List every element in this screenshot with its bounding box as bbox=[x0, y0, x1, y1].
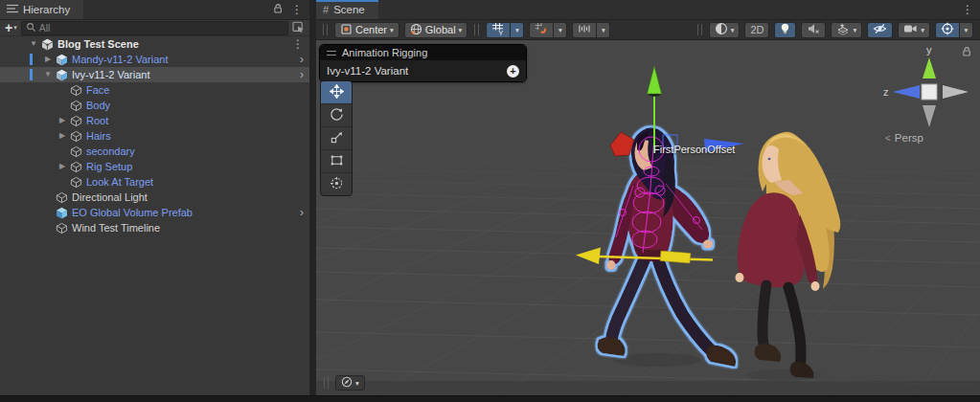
scene-viewport[interactable]: Animation Rigging Ivy-v11-2 Variant + Fi… bbox=[316, 40, 980, 395]
transform-tool-button[interactable] bbox=[321, 173, 352, 195]
hierarchy-item-hairs[interactable]: ▶Hairs bbox=[0, 128, 309, 144]
scene-panel: # Scene ⋮ Center ▾ Global ▾ Y ▾ ▾ bbox=[316, 0, 980, 395]
animation-rigging-item-row[interactable]: Ivy-v11-2 Variant + bbox=[320, 60, 526, 81]
hierarchy-item-wind-test-timeline[interactable]: Wind Test Timeline bbox=[0, 220, 309, 235]
search-input[interactable] bbox=[39, 22, 284, 34]
down-axis-cone[interactable] bbox=[923, 105, 936, 127]
hierarchy-item-blog-test-scene[interactable]: ▼Blog Test Scene⋮ bbox=[0, 36, 309, 52]
hierarchy-item-body[interactable]: Body bbox=[0, 98, 309, 113]
grid-visibility-dropdown[interactable]: ▾ bbox=[511, 22, 524, 38]
persp-arrow-icon: < bbox=[885, 133, 891, 144]
open-prefab-arrow[interactable]: › bbox=[300, 54, 304, 65]
gizmo-x-arrowhead[interactable] bbox=[576, 248, 601, 265]
hierarchy-item-secondary[interactable]: secondary bbox=[0, 144, 309, 159]
pick-object-icon[interactable] bbox=[292, 21, 305, 34]
z-axis-cone[interactable] bbox=[893, 85, 920, 99]
hierarchy-item-mandy-v11-2-variant[interactable]: ▶Mandy-v11-2 Variant› bbox=[0, 52, 309, 67]
x-axis-cone[interactable] bbox=[943, 85, 969, 99]
audio-muted-icon bbox=[807, 22, 820, 37]
expander-closed-icon[interactable]: ▶ bbox=[56, 159, 69, 174]
hierarchy-item-directional-light[interactable]: Directional Light bbox=[0, 190, 309, 205]
snap-increment-dropdown[interactable]: ▾ bbox=[597, 22, 610, 38]
2d-mode-toggle[interactable]: 2D bbox=[744, 22, 769, 38]
hierarchy-item-rig-setup[interactable]: ▶Rig Setup bbox=[0, 159, 309, 174]
2d-mode-label: 2D bbox=[750, 24, 763, 35]
snap-dropdown[interactable]: ▾ bbox=[554, 22, 567, 38]
scene-audio-toggle[interactable] bbox=[801, 22, 826, 38]
scene-camera-button[interactable]: ▾ bbox=[898, 22, 930, 38]
tab-scene[interactable]: # Scene bbox=[316, 0, 378, 19]
pivot-icon bbox=[340, 23, 353, 37]
grid-y-icon: Y bbox=[491, 22, 505, 37]
gizmos-toggle[interactable] bbox=[935, 22, 960, 38]
panel-divider[interactable] bbox=[309, 0, 316, 395]
y-axis-cone[interactable] bbox=[923, 57, 936, 78]
drag-grip-icon[interactable] bbox=[327, 51, 336, 56]
hierarchy-item-root[interactable]: ▶Root bbox=[0, 113, 309, 128]
scale-tool-button[interactable] bbox=[321, 127, 352, 150]
toolbar-drag-handle[interactable] bbox=[323, 24, 328, 35]
gizmo-center-cube[interactable] bbox=[922, 84, 937, 100]
hierarchy-item-look-at-target[interactable]: Look At Target bbox=[0, 174, 309, 190]
rotate-tool-button[interactable] bbox=[321, 104, 352, 127]
hierarchy-search-box[interactable] bbox=[21, 21, 288, 35]
pivot-mode-button[interactable]: Center ▾ bbox=[334, 22, 399, 38]
snap-increment-toggle[interactable] bbox=[572, 22, 597, 38]
animation-rigging-header[interactable]: Animation Rigging bbox=[320, 45, 526, 60]
animation-rigging-overlay[interactable]: Animation Rigging Ivy-v11-2 Variant + bbox=[319, 44, 527, 82]
scene-options-icon[interactable]: ⋮ bbox=[292, 38, 304, 50]
hierarchy-item-face[interactable]: Face bbox=[0, 82, 309, 98]
overlay-drag-handle[interactable] bbox=[324, 377, 329, 389]
hierarchy-menu-icon[interactable]: ⋮ bbox=[291, 4, 303, 15]
eye-slash-icon bbox=[873, 22, 887, 37]
ruler-increments-icon bbox=[578, 22, 591, 37]
grid-visibility-toggle[interactable]: Y bbox=[486, 22, 511, 38]
view-orientation-gizmo[interactable]: y z bbox=[870, 42, 977, 132]
camera-overlay-button[interactable]: ▾ bbox=[335, 375, 365, 391]
snap-toggle[interactable] bbox=[529, 22, 554, 38]
rect-tool-button[interactable] bbox=[321, 150, 352, 173]
hierarchy-item-label: Rig Setup bbox=[86, 159, 132, 174]
add-rig-button[interactable]: + bbox=[507, 65, 519, 78]
open-prefab-arrow[interactable]: › bbox=[300, 69, 304, 80]
hierarchy-item-eo-global-volume-prefab[interactable]: EO Global Volume Prefab› bbox=[0, 205, 309, 220]
compass-icon bbox=[341, 376, 353, 390]
hierarchy-tab-title: Hierarchy bbox=[23, 4, 70, 15]
projection-label: Persp bbox=[895, 132, 923, 144]
draw-mode-button[interactable]: ▾ bbox=[709, 22, 741, 38]
cube-icon bbox=[69, 84, 83, 97]
toolbar-drag-handle[interactable] bbox=[697, 24, 702, 35]
hierarchy-item-label: Face bbox=[86, 82, 109, 98]
scene-lighting-toggle[interactable] bbox=[774, 22, 796, 38]
expander-closed-icon[interactable]: ▶ bbox=[56, 128, 69, 144]
move-tool-button[interactable] bbox=[321, 81, 352, 104]
hierarchy-item-label: Hairs bbox=[86, 128, 111, 144]
hierarchy-item-label: Look At Target bbox=[86, 174, 153, 190]
pivot-mode-label: Center bbox=[355, 24, 387, 35]
gizmo-lock-icon[interactable] bbox=[964, 48, 970, 56]
expander-closed-icon[interactable]: ▶ bbox=[56, 113, 69, 128]
expander-open-icon[interactable]: ▼ bbox=[27, 36, 40, 52]
hierarchy-item-ivy-v11-2-variant[interactable]: ▼Ivy-v11-2 Variant› bbox=[0, 67, 309, 82]
orientation-mode-button[interactable]: Global ▾ bbox=[404, 22, 468, 38]
hierarchy-panel: Hierarchy ⋮ + ▾ ▼Blog Test Scene⋮▶Mandy-… bbox=[0, 0, 309, 395]
scene-visibility-toggle[interactable] bbox=[867, 22, 893, 38]
rotate-icon bbox=[330, 107, 344, 123]
cube-icon bbox=[69, 161, 83, 173]
scene-effects-button[interactable]: ▾ bbox=[831, 22, 862, 38]
projection-toggle[interactable]: < Persp bbox=[885, 132, 923, 144]
expander-open-icon[interactable]: ▼ bbox=[41, 67, 55, 82]
lock-icon[interactable] bbox=[273, 3, 283, 16]
add-icon: + bbox=[5, 21, 12, 34]
toolbar-drag-handle[interactable] bbox=[474, 24, 479, 35]
scene-menu-icon[interactable]: ⋮ bbox=[962, 4, 973, 15]
gizmos-dropdown[interactable]: ▾ bbox=[960, 22, 973, 38]
expander-closed-icon[interactable]: ▶ bbox=[41, 52, 55, 67]
create-object-button[interactable]: + ▾ bbox=[5, 21, 17, 34]
tab-hierarchy[interactable]: Hierarchy bbox=[0, 0, 83, 19]
open-prefab-arrow[interactable]: › bbox=[300, 207, 304, 218]
chevron-down-icon: ▾ bbox=[965, 26, 969, 34]
gizmo-handle-box[interactable] bbox=[660, 251, 691, 263]
chevron-down-icon: ▾ bbox=[515, 26, 519, 34]
chevron-down-icon: ▾ bbox=[602, 26, 605, 34]
